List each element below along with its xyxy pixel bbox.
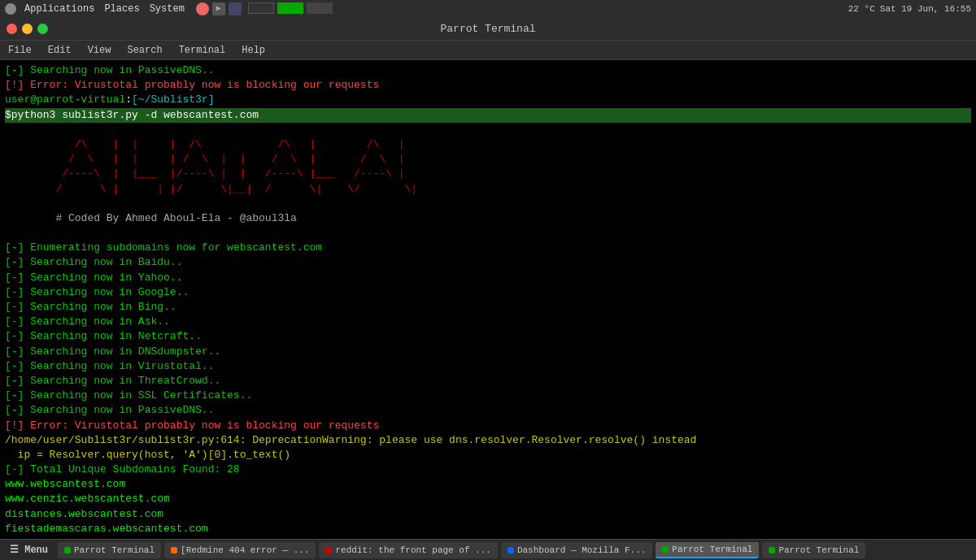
- blank-line-1: [5, 123, 971, 137]
- ascii-art-2: / \ | | | / \ | | / \ | / \ |: [5, 152, 971, 167]
- menu-view[interactable]: View: [85, 43, 115, 58]
- menu-file[interactable]: File: [5, 43, 35, 58]
- taskbar-item-parrot-terminal-1[interactable]: Parrot Terminal: [58, 542, 161, 558]
- taskbar: ☰ Menu Parrot Terminal [Redmine 404 erro…: [0, 539, 976, 560]
- search-google: [-] Searching now in Google..: [5, 285, 971, 300]
- prompt-user: user@parrot-virtual: [5, 93, 125, 106]
- maximize-button[interactable]: [37, 24, 48, 34]
- places-menu[interactable]: Places: [102, 3, 141, 15]
- search-threatcrowd: [-] Searching now in ThreatCrowd..: [5, 374, 971, 389]
- volume-bar: [277, 2, 303, 14]
- taskbar-item-dashboard[interactable]: Dashboard — Mozilla F...: [501, 542, 652, 558]
- sys-datetime: Sat 19 Jun, 16:55: [880, 4, 971, 14]
- taskbar-item-label: Parrot Terminal: [672, 545, 752, 554]
- taskbar-item-label: Parrot Terminal: [74, 545, 155, 555]
- taskbar-dot-icon: [769, 547, 775, 553]
- search-ask: [-] Searching now in Ask..: [5, 315, 971, 329]
- terminal-window: Parrot Terminal File Edit View Search Te…: [0, 18, 976, 553]
- taskbar-dot-icon: [64, 547, 71, 553]
- progress-bar: [248, 2, 274, 14]
- ip-line: ip = Resolver.query(host, 'A')[0].to_tex…: [5, 448, 971, 462]
- terminal-icon[interactable]: ▶: [212, 2, 225, 15]
- taskbar-item-parrot-terminal-active[interactable]: Parrot Terminal: [656, 542, 759, 558]
- window-buttons: [7, 24, 48, 34]
- app-icon[interactable]: [229, 2, 242, 15]
- taskbar-dot-icon: [662, 546, 669, 553]
- taskbar-menu-label[interactable]: ☰ Menu: [3, 544, 54, 556]
- firefox-icon[interactable]: [196, 2, 209, 15]
- domain-1: www.webscantest.com: [5, 477, 971, 492]
- error-virustotal: [!] Error: Virustotal probably now is bl…: [5, 419, 971, 433]
- taskbar-dot-icon: [171, 547, 177, 553]
- output-line-2: [!] Error: Virustotal probably now is bl…: [5, 78, 971, 93]
- terminal-menubar: File Edit View Search Terminal Help: [0, 41, 976, 60]
- menu-terminal[interactable]: Terminal: [176, 43, 229, 58]
- domain-2: www.cenzic.webscantest.com: [5, 492, 971, 506]
- taskbar-item-label: reddit: the front page of ...: [335, 545, 490, 555]
- ascii-art-1: /\ | | | /\ /\ | /\ |: [5, 137, 971, 152]
- search-netcraft: [-] Searching now in Netcraft..: [5, 329, 971, 344]
- menu-search[interactable]: Search: [124, 43, 165, 58]
- system-menu[interactable]: System: [148, 3, 186, 15]
- sys-temp: 22 °C: [848, 4, 875, 14]
- taskbar-item-redmine[interactable]: [Redmine 404 error — ...: [164, 542, 316, 558]
- taskbar-item-reddit[interactable]: reddit: the front page of ...: [319, 542, 497, 558]
- menu-help[interactable]: Help: [238, 43, 268, 58]
- ascii-art-4: / \ | | |/ \|__| / \| \/ \|: [5, 182, 971, 197]
- command-line: $python3 sublist3r.py -d webscantest.com: [5, 108, 971, 123]
- parrot-logo-icon: [5, 3, 16, 15]
- applications-menu[interactable]: Applications: [23, 3, 96, 15]
- menu-edit[interactable]: Edit: [45, 43, 75, 58]
- prompt-dir: [~/Sublist3r]: [132, 93, 214, 106]
- taskbar-item-label: Dashboard — Mozilla F...: [517, 545, 646, 555]
- enum-line: [-] Enumerating subdomains now for websc…: [5, 241, 971, 255]
- coded-by: # Coded By Ahmed Aboul-Ela - @aboul3la: [5, 211, 971, 226]
- taskbar-item-label: Parrot Terminal: [778, 545, 859, 555]
- terminal-content[interactable]: [-] Searching now in PassiveDNS.. [!] Er…: [0, 60, 976, 553]
- search-bing: [-] Searching now in Bing..: [5, 300, 971, 315]
- search-baidu: [-] Searching now in Baidu..: [5, 255, 971, 270]
- search-ssl: [-] Searching now in SSL Certificates..: [5, 389, 971, 403]
- close-button[interactable]: [7, 24, 17, 34]
- search-dnsdumpster: [-] Searching now in DNSdumpster..: [5, 345, 971, 359]
- blank-line-3: [5, 226, 971, 241]
- taskbar-dot-icon: [325, 547, 332, 553]
- minimize-button[interactable]: [22, 24, 33, 34]
- search-yahoo: [-] Searching now in Yahoo..: [5, 271, 971, 285]
- search-passivedns: [-] Searching now in PassiveDNS..: [5, 403, 971, 418]
- prompt-sep: :: [125, 93, 132, 106]
- sys-right: 22 °C Sat 19 Jun, 16:55: [848, 4, 971, 14]
- domain-3: distances.webscantest.com: [5, 507, 971, 522]
- sys-left: Applications Places System ▶: [5, 2, 333, 15]
- search-virustotal: [-] Searching now in Virustotal..: [5, 359, 971, 374]
- ascii-art-3: /----\ | |___ |/----\ | | /----\ |___ /-…: [5, 167, 971, 181]
- terminal-titlebar: Parrot Terminal: [0, 18, 976, 41]
- blank-line-2: [5, 197, 971, 211]
- taskbar-item-parrot-terminal-3[interactable]: Parrot Terminal: [762, 542, 865, 558]
- system-bar: Applications Places System ▶ 22 °C Sat 1…: [0, 0, 976, 18]
- taskbar-item-label: [Redmine 404 error — ...: [181, 545, 309, 555]
- prompt-line: user@parrot-virtual:[~/Sublist3r]: [5, 93, 971, 107]
- terminal-title: Parrot Terminal: [440, 23, 535, 35]
- output-line-1: [-] Searching now in PassiveDNS..: [5, 63, 971, 78]
- battery-bar: [307, 2, 333, 14]
- deprecation-warning: /home/user/Sublist3r/sublist3r.py:614: D…: [5, 433, 971, 448]
- domain-4: fiestademascaras.webscantest.com: [5, 522, 971, 536]
- taskbar-dot-icon: [508, 547, 514, 553]
- total-found: [-] Total Unique Subdomains Found: 28: [5, 462, 971, 477]
